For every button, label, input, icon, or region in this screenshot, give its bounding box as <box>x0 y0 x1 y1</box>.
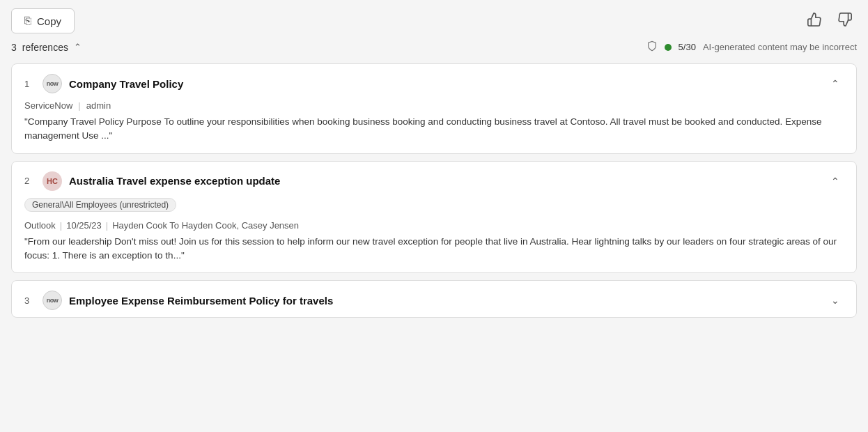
card-date-2: 10/25/23 <box>66 220 102 231</box>
thumbs-up-button[interactable] <box>803 9 826 33</box>
card-number-3: 3 <box>24 295 36 306</box>
card-excerpt-2: "From our leadership Don't miss out! Joi… <box>24 235 844 263</box>
card-source-1: ServiceNow <box>24 100 72 111</box>
card-collapse-2[interactable]: ⌃ <box>827 174 844 188</box>
status-count: 5/30 <box>679 42 696 52</box>
card-meta-1: ServiceNow | admin <box>24 100 844 111</box>
avatar-text-3: now <box>47 297 59 304</box>
avatar-text-2: HC <box>47 177 58 185</box>
card-collapse-1[interactable]: ⌃ <box>827 77 844 91</box>
card-header-3[interactable]: 3 now Employee Expense Reimbursement Pol… <box>12 281 856 317</box>
card-number-1: 1 <box>24 79 36 89</box>
card-from-2: Hayden Cook To Hayden Cook, Casey Jensen <box>112 220 299 231</box>
card-header-left-2: 2 HC Australia Travel expense exception … <box>24 171 280 191</box>
avatar-now-3: now <box>42 291 62 310</box>
reference-card-3: 3 now Employee Expense Reimbursement Pol… <box>11 280 857 318</box>
ai-disclaimer: AI-generated content may be incorrect <box>703 42 857 52</box>
copy-icon: ⎘ <box>24 15 31 27</box>
card-header-left-1: 1 now Company Travel Policy <box>24 74 183 93</box>
avatar-text-1: now <box>47 80 59 87</box>
references-bar: 3 references ⌃ 5/30 AI-generated content… <box>11 40 857 54</box>
collapse-references-icon[interactable]: ⌃ <box>74 42 82 52</box>
card-title-2: Australia Travel expense exception updat… <box>69 175 280 187</box>
card-body-2: General\All Employees (unrestricted) Out… <box>12 198 856 273</box>
copy-button[interactable]: ⎘ Copy <box>11 8 75 33</box>
card-header-left-3: 3 now Employee Expense Reimbursement Pol… <box>24 291 333 310</box>
card-meta-row2-2: Outlook | 10/25/23 | Hayden Cook To Hayd… <box>24 220 844 231</box>
top-bar: ⎘ Copy <box>11 8 857 33</box>
card-title-1: Company Travel Policy <box>69 78 183 90</box>
thumbs-down-button[interactable] <box>833 9 857 33</box>
references-label: references <box>22 42 68 53</box>
meta-separator-1: | <box>78 100 80 111</box>
card-header-2[interactable]: 2 HC Australia Travel expense exception … <box>12 162 856 198</box>
meta-sep-2a: | <box>60 220 62 231</box>
feedback-icons <box>803 9 857 33</box>
reference-card-2: 2 HC Australia Travel expense exception … <box>11 161 857 274</box>
references-count: 3 <box>11 42 17 53</box>
avatar-now-1: now <box>42 74 62 93</box>
card-header-1[interactable]: 1 now Company Travel Policy ⌃ <box>12 64 856 100</box>
card-expand-3[interactable]: ⌄ <box>827 293 844 307</box>
reference-card-1: 1 now Company Travel Policy ⌃ ServiceNow… <box>11 63 857 154</box>
meta-sep-2b: | <box>106 220 108 231</box>
references-status-section: 5/30 AI-generated content may be incorre… <box>646 40 857 54</box>
shield-icon <box>646 40 658 54</box>
card-author-1: admin <box>86 100 111 111</box>
card-title-3: Employee Expense Reimbursement Policy fo… <box>69 295 333 307</box>
references-count-section: 3 references ⌃ <box>11 42 82 53</box>
card-source-2: Outlook <box>24 220 56 231</box>
card-body-1: ServiceNow | admin "Company Travel Polic… <box>12 100 856 153</box>
card-tag-2: General\All Employees (unrestricted) <box>24 198 176 212</box>
copy-label: Copy <box>37 15 61 27</box>
card-excerpt-1: "Company Travel Policy Purpose To outlin… <box>24 115 844 144</box>
avatar-hc-2: HC <box>42 171 62 191</box>
status-indicator <box>665 44 672 51</box>
card-number-2: 2 <box>24 176 36 186</box>
